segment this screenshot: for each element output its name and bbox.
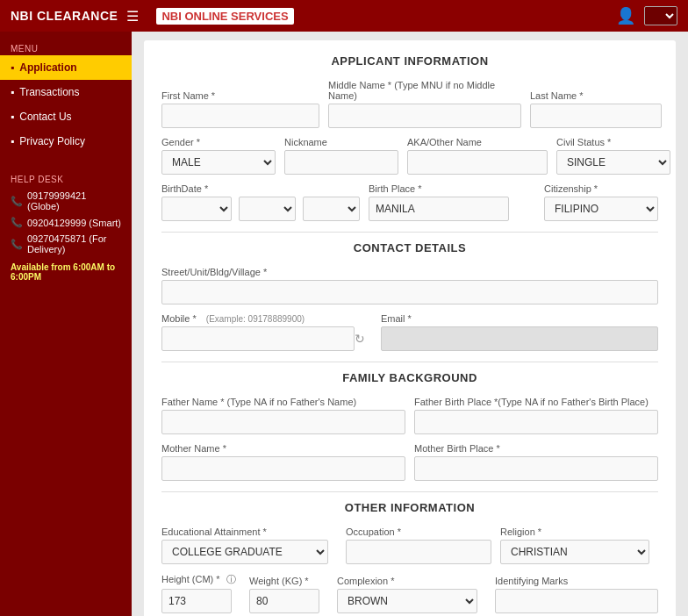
contact-icon: ▪ (11, 111, 14, 123)
gender-select[interactable]: MALE FEMALE (161, 150, 276, 175)
last-name-label: Last Name * (530, 90, 662, 101)
middle-name-input[interactable] (328, 104, 521, 128)
occupation-label: Occupation * (346, 526, 491, 537)
other-section-title: OTHER INFORMATION (161, 501, 658, 514)
mobile-email-row: Mobile * (Example: 09178889900) ↻ Email … (161, 313, 658, 351)
religion-group: Religion * CHRISTIAN CATHOLIC ISLAM OTHE… (500, 526, 658, 564)
gender-row: Gender * MALE FEMALE Nickname AKA/Other … (161, 137, 658, 175)
mobile-label: Mobile * (Example: 09178889900) (161, 313, 372, 324)
sidebar-transactions-label: Transactions (19, 86, 79, 98)
birth-year-select[interactable]: 2000199919981995 199019851980 (303, 197, 360, 221)
mother-name-input[interactable] (161, 456, 405, 481)
last-name-group: Last Name * (530, 90, 662, 128)
father-row: Father Name * (Type NA if no Father's Na… (161, 397, 658, 434)
content-area: APPLICANT INFORMATION First Name * Middl… (132, 32, 688, 616)
religion-select[interactable]: CHRISTIAN CATHOLIC ISLAM OTHERS (500, 540, 649, 564)
service-label: NBI ONLINE SERVICES (156, 8, 293, 25)
help-desk-label: HELP DESK (0, 168, 132, 188)
top-navigation: NBI CLEARANCE ☰ NBI ONLINE SERVICES 👤 (0, 0, 688, 32)
first-name-label: First Name * (161, 90, 319, 101)
birthplace-input[interactable] (369, 197, 509, 221)
occupation-input[interactable] (346, 540, 491, 564)
sidebar-item-contact[interactable]: ▪ Contact Us (0, 104, 132, 129)
email-group: Email * (381, 313, 658, 351)
nickname-input[interactable] (284, 150, 398, 175)
father-birthplace-group: Father Birth Place *(Type NA if no Fathe… (414, 397, 658, 434)
mobile-input-wrapper: ↻ (161, 326, 372, 351)
gender-label: Gender * (161, 137, 276, 147)
applicant-section-title: APPLICANT INFORMATION (161, 54, 658, 68)
height-input[interactable] (161, 589, 232, 613)
birthdate-label: BirthDate * (161, 183, 360, 194)
civil-status-label: Civil Status * (556, 137, 670, 147)
citizenship-group: Citizenship * FILIPINO DUAL CITIZEN FORE… (544, 183, 658, 221)
contact-divider (161, 232, 658, 233)
mother-row: Mother Name * Mother Birth Place * (161, 443, 658, 481)
identifying-marks-input[interactable] (495, 589, 658, 613)
application-icon: ▪ (11, 61, 14, 74)
complexion-select[interactable]: BROWN FAIR DARK LIGHT (337, 589, 477, 613)
first-name-group: First Name * (161, 90, 319, 128)
other-divider (161, 491, 658, 492)
menu-label: MENU (0, 39, 132, 55)
birth-month-select[interactable]: JanuaryFebruaryMarch AprilMayJune JulyAu… (161, 197, 232, 221)
middle-name-group: Middle Name * (Type MNU if no Middle Nam… (328, 80, 521, 128)
religion-label: Religion * (500, 526, 658, 537)
mother-birthplace-input[interactable] (414, 456, 658, 481)
father-birthplace-input[interactable] (414, 410, 658, 434)
mother-name-label: Mother Name * (161, 443, 405, 454)
education-group: Educational Attainment * COLLEGE GRADUAT… (161, 526, 337, 564)
email-input[interactable] (381, 326, 658, 351)
mobile-input[interactable] (161, 326, 355, 351)
mother-birthplace-group: Mother Birth Place * (414, 443, 658, 481)
father-birthplace-label: Father Birth Place *(Type NA if no Fathe… (414, 397, 658, 407)
birth-day-select[interactable]: 12345 678910 15202531 (239, 197, 296, 221)
birthdate-row: BirthDate * JanuaryFebruaryMarch AprilMa… (161, 183, 658, 221)
sidebar-item-privacy[interactable]: ▪ Privacy Policy (0, 129, 132, 154)
weight-input[interactable] (249, 589, 319, 613)
name-row: First Name * Middle Name * (Type MNU if … (161, 80, 658, 128)
aka-input[interactable] (407, 150, 548, 175)
sidebar-privacy-label: Privacy Policy (19, 135, 85, 147)
complexion-group: Complexion * BROWN FAIR DARK LIGHT (337, 576, 486, 613)
height-group: Height (CM) * ⓘ (161, 573, 240, 613)
identifying-marks-group: Identifying Marks (495, 576, 658, 613)
sidebar-item-application[interactable]: ▪ Application (0, 55, 132, 80)
phone-smart: 📞 09204129999 (Smart) (0, 214, 132, 231)
physical-row: Height (CM) * ⓘ Weight (KG) * Complexion… (161, 573, 658, 613)
birthplace-group: Birth Place * (369, 183, 535, 221)
availability-text: Available from 6:00AM to 6:00PM (0, 257, 132, 287)
citizenship-select[interactable]: FILIPINO DUAL CITIZEN FOREIGNER (544, 197, 658, 221)
family-divider (161, 362, 658, 362)
education-select[interactable]: COLLEGE GRADUATE HIGH SCHOOL GRADUATE EL… (161, 540, 328, 564)
main-layout: MENU ▪ Application ▪ Transactions ▪ Cont… (0, 32, 688, 616)
father-name-input[interactable] (161, 410, 405, 434)
last-name-input[interactable] (530, 104, 662, 128)
hamburger-icon[interactable]: ☰ (126, 8, 139, 25)
phone-icon-3: 📞 (11, 239, 23, 250)
weight-group: Weight (KG) * (249, 576, 328, 613)
civil-status-group: Civil Status * SINGLE MARRIED WIDOWED SE… (556, 137, 670, 175)
complexion-label: Complexion * (337, 576, 486, 586)
transactions-icon: ▪ (11, 86, 14, 98)
dob-selects: JanuaryFebruaryMarch AprilMayJune JulyAu… (161, 197, 360, 221)
sidebar-item-transactions[interactable]: ▪ Transactions (0, 80, 132, 104)
top-nav-right: 👤 (616, 6, 677, 25)
edu-row: Educational Attainment * COLLEGE GRADUAT… (161, 526, 658, 564)
user-dropdown[interactable] (644, 6, 677, 25)
user-icon[interactable]: 👤 (616, 6, 635, 25)
street-group: Street/Unit/Bldg/Village * (161, 267, 658, 304)
height-info-icon[interactable]: ⓘ (226, 574, 236, 584)
application-form: APPLICANT INFORMATION First Name * Middl… (144, 40, 676, 616)
occupation-group: Occupation * (346, 526, 491, 564)
street-input[interactable] (161, 280, 658, 304)
first-name-input[interactable] (161, 104, 319, 128)
nickname-label: Nickname (284, 137, 398, 147)
education-label: Educational Attainment * (161, 526, 337, 537)
refresh-icon[interactable]: ↻ (355, 332, 365, 346)
birthplace-label: Birth Place * (369, 183, 535, 194)
privacy-icon: ▪ (11, 135, 14, 147)
sidebar-application-label: Application (19, 61, 76, 74)
contact-section-title: CONTACT DETAILS (161, 241, 658, 254)
civil-status-select[interactable]: SINGLE MARRIED WIDOWED SEPARATED (556, 150, 670, 175)
